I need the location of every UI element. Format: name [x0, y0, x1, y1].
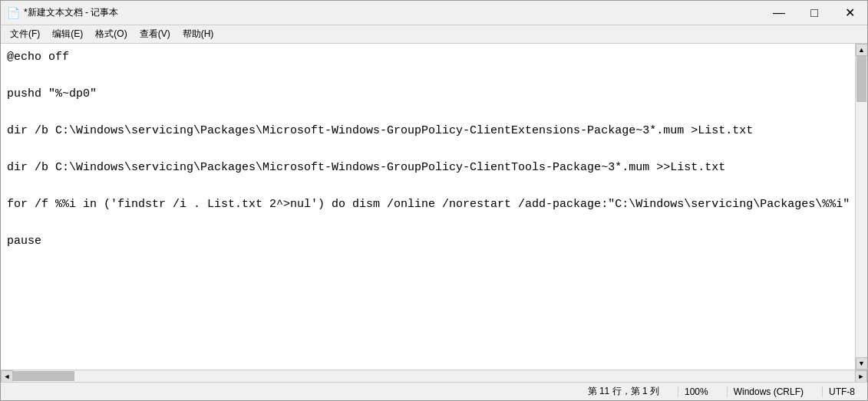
scrollbar-track-y[interactable]	[856, 56, 867, 357]
encoding: UTF-8	[822, 386, 861, 397]
scroll-up-arrow[interactable]: ▲	[856, 44, 868, 56]
title-bar: 📄 *新建文本文档 - 记事本 — □ ✕	[1, 1, 867, 25]
close-button[interactable]: ✕	[832, 1, 867, 25]
menu-edit[interactable]: 编辑(E)	[46, 26, 89, 42]
maximize-button[interactable]: □	[797, 1, 832, 25]
minimize-button[interactable]: —	[761, 1, 797, 25]
horizontal-scrollbar[interactable]: ◄ ►	[1, 370, 867, 382]
window-controls: — □ ✕	[761, 1, 867, 25]
line-ending: Windows (CRLF)	[727, 386, 810, 397]
scrollbar-track-x[interactable]	[13, 370, 855, 382]
scroll-down-arrow[interactable]: ▼	[856, 357, 868, 370]
menu-help[interactable]: 帮助(H)	[177, 26, 220, 42]
scrollbar-thumb-y[interactable]	[856, 56, 866, 102]
title-bar-left: 📄 *新建文本文档 - 记事本	[7, 6, 118, 19]
menu-format[interactable]: 格式(O)	[89, 26, 133, 42]
cursor-position: 第 11 行，第 1 列	[582, 385, 665, 398]
menu-view[interactable]: 查看(V)	[134, 26, 177, 42]
text-editor[interactable]: @echo off pushd "%~dp0" dir /b C:\Window…	[1, 44, 855, 370]
scrollbar-thumb-x[interactable]	[13, 371, 74, 381]
editor-container: @echo off pushd "%~dp0" dir /b C:\Window…	[1, 44, 867, 370]
notepad-window: 📄 *新建文本文档 - 记事本 — □ ✕ 文件(F) 编辑(E) 格式(O) …	[0, 0, 868, 401]
status-bar: 第 11 行，第 1 列 100% Windows (CRLF) UTF-8	[1, 382, 867, 400]
window-title: *新建文本文档 - 记事本	[24, 6, 118, 19]
menu-file[interactable]: 文件(F)	[4, 26, 46, 42]
scroll-left-arrow[interactable]: ◄	[1, 370, 13, 383]
scroll-right-arrow[interactable]: ►	[855, 370, 867, 383]
vertical-scrollbar[interactable]: ▲ ▼	[855, 44, 867, 370]
zoom-level: 100%	[678, 386, 715, 397]
app-icon: 📄	[7, 7, 19, 19]
menu-bar: 文件(F) 编辑(E) 格式(O) 查看(V) 帮助(H)	[1, 25, 867, 44]
